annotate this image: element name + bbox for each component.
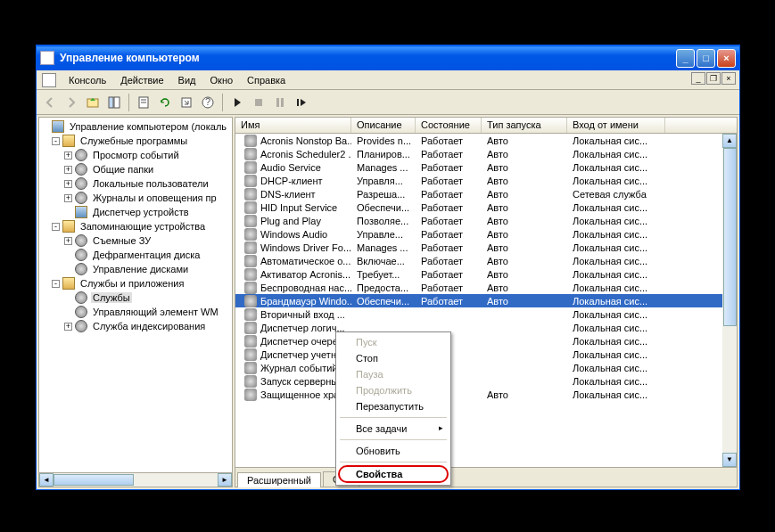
service-row[interactable]: Windows Driver Fo...Manages ...РаботаетА… — [235, 241, 737, 254]
tree-local-users[interactable]: +Локальные пользователи — [39, 176, 232, 191]
tree-system-tools[interactable]: -Служебные программы — [39, 134, 232, 148]
play-button[interactable] — [227, 93, 247, 112]
show-hide-tree-button[interactable] — [104, 93, 124, 112]
service-state: Работает — [416, 135, 482, 146]
col-state[interactable]: Состояние — [416, 118, 482, 133]
service-row[interactable]: Защищенное хра...АвтоЛокальная сис... — [235, 388, 737, 401]
ctx-properties[interactable]: Свойства — [338, 465, 449, 483]
tree-perf-logs[interactable]: +Журналы и оповещения пр — [39, 191, 232, 205]
service-row[interactable]: Диспетчер очере...Локальная сис... — [235, 334, 737, 348]
tree-root[interactable]: Управление компьютером (локаль — [39, 119, 232, 134]
service-desc: Требует... — [351, 269, 416, 280]
service-desc: Планиров... — [351, 149, 416, 160]
mdi-restore-button[interactable]: ❐ — [706, 72, 721, 85]
service-desc: Включае... — [351, 256, 416, 266]
ctx-start[interactable]: Пуск — [338, 334, 449, 350]
scroll-left-button[interactable]: ◄ — [39, 473, 54, 487]
service-startup: Авто — [482, 202, 567, 213]
service-row[interactable]: Активатор Acronis...Требует...РаботаетАв… — [235, 267, 737, 281]
list-v-scrollbar-thumb[interactable] — [723, 148, 737, 326]
tree-device-manager[interactable]: Диспетчер устройств — [39, 205, 232, 219]
tree-event-viewer[interactable]: +Просмотр событий — [39, 148, 232, 162]
restart-button[interactable] — [292, 93, 311, 112]
tab-extended[interactable]: Расширенный — [237, 472, 321, 487]
service-row[interactable]: Автоматическое о...Включае...РаботаетАвт… — [235, 254, 737, 267]
col-desc[interactable]: Описание — [351, 118, 416, 133]
service-row[interactable]: Plug and PlayПозволяе...РаботаетАвтоЛока… — [235, 214, 737, 227]
tree-defrag[interactable]: Дефрагментация диска — [39, 248, 232, 262]
service-row[interactable]: Диспетчер логич...Локальная сис... — [235, 321, 737, 334]
refresh-button[interactable] — [155, 93, 175, 112]
menu-console[interactable]: Консоль — [62, 73, 113, 87]
mdi-close-button[interactable]: × — [721, 72, 736, 85]
tree-removable-storage[interactable]: +Съемные ЗУ — [39, 233, 232, 248]
service-row[interactable]: Acronis Scheduler2 ...Планиров...Работае… — [235, 147, 737, 160]
mmc-icon — [42, 73, 56, 87]
service-logon: Локальная сис... — [567, 323, 665, 333]
stop-button[interactable] — [249, 93, 268, 112]
titlebar[interactable]: Управление компьютером _ □ × — [37, 45, 739, 70]
menu-help[interactable]: Справка — [240, 73, 293, 87]
mdi-minimize-button[interactable]: _ — [691, 72, 705, 85]
tree-disk-mgmt[interactable]: Управление дисками — [39, 262, 232, 276]
list-v-scrollbar[interactable]: ▲ ▼ — [722, 134, 737, 467]
maximize-button[interactable]: □ — [697, 49, 715, 68]
tree-services-apps[interactable]: -Службы и приложения — [39, 276, 232, 291]
service-row[interactable]: Вторичный вход ...Локальная сис... — [235, 307, 737, 321]
service-row[interactable]: Беспроводная нас...Предоста...РаботаетАв… — [235, 281, 737, 294]
service-row[interactable]: Windows AudioУправле...РаботаетАвтоЛокал… — [235, 227, 737, 241]
menu-window[interactable]: Окно — [203, 73, 241, 87]
tree-storage[interactable]: -Запоминающие устройства — [39, 219, 232, 233]
service-row[interactable]: DNS-клиентРазреша...РаботаетАвтоСетевая … — [235, 187, 737, 201]
menu-action[interactable]: Действие — [113, 73, 170, 87]
service-row[interactable]: Журнал событий ...Локальная сис... — [235, 361, 737, 374]
scroll-right-button[interactable]: ► — [218, 473, 232, 487]
scroll-up-button[interactable]: ▲ — [722, 134, 737, 148]
ctx-all-tasks[interactable]: Все задачи — [338, 421, 449, 437]
svg-rect-10 — [276, 98, 279, 107]
scroll-down-button[interactable]: ▼ — [722, 453, 737, 467]
pause-button[interactable] — [270, 93, 290, 112]
back-button[interactable] — [40, 93, 60, 112]
tree-shared-folders[interactable]: +Общие папки — [39, 162, 232, 176]
service-desc: Обеспечи... — [351, 296, 416, 307]
gear-icon — [244, 135, 257, 147]
gear-icon — [244, 201, 257, 214]
service-row[interactable]: Брандмауэр Windo...Обеспечи...РаботаетАв… — [235, 294, 737, 307]
service-row[interactable]: Запуск серверны...Локальная сис... — [235, 374, 737, 388]
tree-indexing-service[interactable]: +Служба индексирования — [39, 319, 232, 333]
help-button[interactable]: ? — [198, 93, 218, 112]
ctx-separator — [340, 439, 447, 440]
service-row[interactable]: Диспетчер учетн...Локальная сис... — [235, 348, 737, 361]
col-name[interactable]: Имя — [235, 118, 351, 133]
up-button[interactable] — [83, 93, 103, 112]
ctx-restart[interactable]: Перезапустить — [338, 398, 449, 414]
minimize-button[interactable]: _ — [676, 49, 695, 68]
service-name: Автоматическое о... — [260, 256, 350, 266]
ctx-pause[interactable]: Пауза — [338, 366, 449, 382]
service-startup: Авто — [482, 216, 567, 226]
service-logon: Локальная сис... — [567, 363, 665, 373]
service-row[interactable]: Audio ServiceManages ...РаботаетАвтоЛока… — [235, 160, 737, 174]
ctx-resume[interactable]: Продолжить — [338, 382, 449, 398]
service-name: Audio Service — [260, 162, 321, 173]
menu-view[interactable]: Вид — [171, 73, 203, 87]
tree-h-scrollbar-thumb[interactable] — [54, 474, 134, 486]
close-button[interactable]: × — [717, 49, 736, 68]
ctx-stop[interactable]: Стоп — [338, 350, 449, 366]
col-startup[interactable]: Тип запуска — [482, 118, 567, 133]
forward-button[interactable] — [62, 93, 81, 112]
service-row[interactable]: DHCP-клиентУправля...РаботаетАвтоЛокальн… — [235, 174, 737, 187]
tree-wmi-control[interactable]: Управляющий элемент WM — [39, 305, 232, 319]
list-header: Имя Описание Состояние Тип запуска Вход … — [235, 118, 737, 134]
service-row[interactable]: Acronis Nonstop Ba...Provides n...Работа… — [235, 134, 737, 147]
tree-services[interactable]: Службы — [39, 291, 232, 305]
tree-h-scrollbar[interactable]: ◄ ► — [39, 472, 232, 487]
service-row[interactable]: HID Input ServiceОбеспечи...РаботаетАвто… — [235, 201, 737, 214]
service-name: HID Input Service — [260, 202, 337, 213]
gear-icon — [244, 255, 257, 267]
properties-button[interactable] — [134, 93, 153, 112]
ctx-refresh[interactable]: Обновить — [338, 443, 449, 459]
export-button[interactable] — [177, 93, 196, 112]
col-logon[interactable]: Вход от имени — [567, 118, 665, 133]
